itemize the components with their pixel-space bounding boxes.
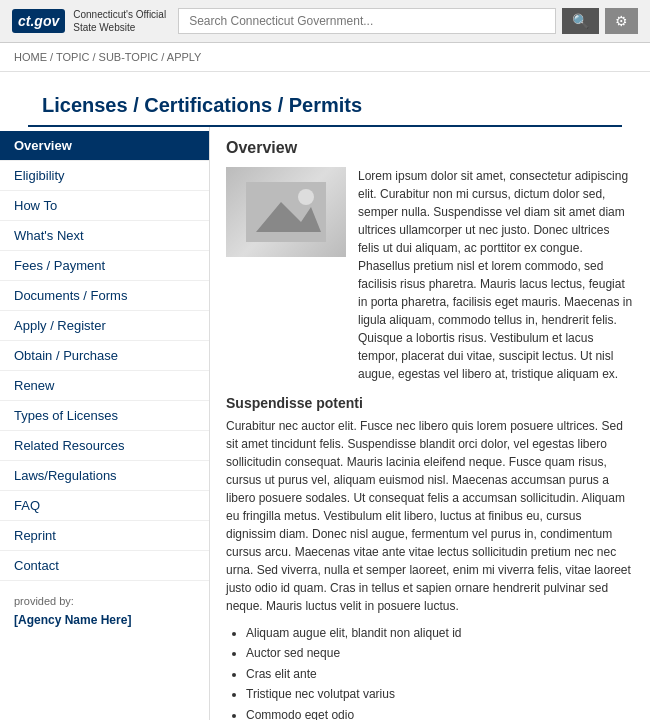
search-area: 🔍 ⚙ [178, 8, 638, 34]
agency-name: [Agency Name Here] [0, 611, 209, 641]
sidebar-item-types-of-licenses[interactable]: Types of Licenses [0, 401, 209, 431]
list-item: Auctor sed neque [246, 643, 634, 663]
sidebar-item-fees-payment[interactable]: Fees / Payment [0, 251, 209, 281]
sidebar-item-obtain-purchase[interactable]: Obtain / Purchase [0, 341, 209, 371]
content-image [226, 167, 346, 257]
image-placeholder [226, 167, 346, 257]
list-item: Tristique nec volutpat varius [246, 684, 634, 704]
settings-button[interactable]: ⚙ [605, 8, 638, 34]
breadcrumb: HOME / TOPIC / SUB-TOPIC / APPLY [0, 43, 650, 72]
intro-section: Lorem ipsum dolor sit amet, consectetur … [226, 167, 634, 383]
main-content: Overview Lorem ipsum dolor sit amet, con… [210, 127, 650, 720]
logo-icon: ct.gov [12, 9, 65, 33]
sidebar-item-eligibility[interactable]: Eligibility [0, 161, 209, 191]
sidebar-item-apply-register[interactable]: Apply / Register [0, 311, 209, 341]
header: ct.gov Connecticut's Official State Webs… [0, 0, 650, 43]
sidebar-item-renew[interactable]: Renew [0, 371, 209, 401]
sidebar-item-overview[interactable]: Overview [0, 131, 209, 161]
intro-text: Lorem ipsum dolor sit amet, consectetur … [358, 167, 634, 383]
list-item: Cras elit ante [246, 664, 634, 684]
sidebar-item-laws-regulations[interactable]: Laws/Regulations [0, 461, 209, 491]
search-input[interactable] [178, 8, 556, 34]
sidebar-item-documents-forms[interactable]: Documents / Forms [0, 281, 209, 311]
mountain-icon [246, 182, 326, 242]
list-item: Commodo eget odio [246, 705, 634, 720]
sidebar-item-related-resources[interactable]: Related Resources [0, 431, 209, 461]
search-button[interactable]: 🔍 [562, 8, 599, 34]
sidebar-item-faq[interactable]: FAQ [0, 491, 209, 521]
sidebar: Overview Eligibility How To What's Next … [0, 127, 210, 720]
sidebar-item-contact[interactable]: Contact [0, 551, 209, 581]
sidebar-item-reprint[interactable]: Reprint [0, 521, 209, 551]
logo-subtitle: Connecticut's Official State Website [73, 8, 166, 34]
svg-point-2 [298, 189, 314, 205]
logo-area: ct.gov Connecticut's Official State Webs… [12, 8, 166, 34]
content-section-title: Overview [226, 139, 634, 157]
main-layout: Overview Eligibility How To What's Next … [0, 127, 650, 720]
sidebar-item-how-to[interactable]: How To [0, 191, 209, 221]
bullet-list: Aliquam augue elit, blandit non aliquet … [246, 623, 634, 720]
provided-by-label: provided by: [0, 581, 209, 611]
second-section-title: Suspendisse potenti [226, 395, 634, 411]
list-item: Aliquam augue elit, blandit non aliquet … [246, 623, 634, 643]
sidebar-item-whats-next[interactable]: What's Next [0, 221, 209, 251]
page-title: Licenses / Certifications / Permits [28, 82, 622, 127]
second-text: Curabitur nec auctor elit. Fusce nec lib… [226, 417, 634, 615]
